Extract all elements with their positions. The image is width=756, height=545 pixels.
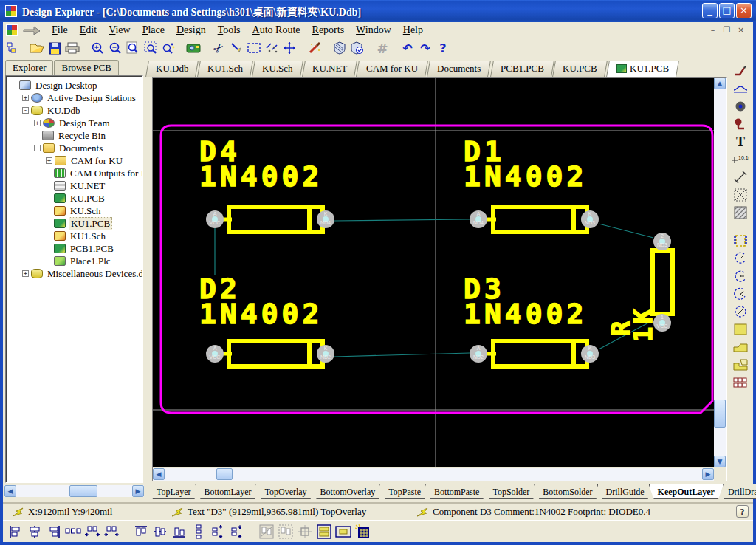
collapse-toggle[interactable]: - bbox=[22, 107, 29, 114]
shield-check-icon[interactable] bbox=[348, 39, 366, 57]
scroll-down-arrow[interactable]: ▼ bbox=[714, 456, 726, 467]
layer-tab-bottompaste[interactable]: BottomPaste bbox=[425, 484, 488, 499]
scroll-thumb[interactable] bbox=[714, 400, 726, 428]
tree-item-cam-for-ku[interactable]: +CAM for KU bbox=[7, 154, 142, 167]
tree-item-ku-net[interactable]: KU.NET bbox=[7, 179, 142, 192]
place-keepout-icon[interactable] bbox=[732, 186, 749, 204]
doc-tab-ku-sch[interactable]: KU.Sch bbox=[252, 61, 303, 77]
zoom-area-icon[interactable] bbox=[142, 39, 159, 57]
tree-item-ku1-pcb[interactable]: KU1.PCB bbox=[7, 217, 142, 230]
capture-icon[interactable] bbox=[185, 39, 202, 57]
doc-tab-ku-pcb[interactable]: KU.PCB bbox=[553, 61, 608, 77]
canvas-horizontal-scrollbar[interactable]: ◀ ▶ bbox=[153, 468, 714, 481]
place-dimension-icon[interactable] bbox=[732, 168, 749, 186]
component-comment[interactable]: 1K bbox=[628, 283, 658, 342]
align-top-icon[interactable] bbox=[131, 523, 151, 541]
tab-browse-pcb[interactable]: Browse PCB bbox=[54, 60, 119, 76]
place-string-icon[interactable]: T bbox=[732, 133, 749, 151]
align-left-icon[interactable] bbox=[6, 523, 25, 541]
layer-tab-bottomsolder[interactable]: BottomSolder bbox=[534, 484, 601, 499]
system-menu-icon[interactable] bbox=[6, 24, 18, 36]
menu-edit[interactable]: Edit bbox=[74, 24, 103, 37]
shield-rule-icon[interactable] bbox=[331, 39, 348, 57]
equal-horizontal-spacing-icon[interactable] bbox=[63, 523, 83, 541]
edit-arc-center-icon[interactable] bbox=[732, 250, 749, 267]
place-track-icon[interactable] bbox=[732, 62, 749, 80]
scroll-left-arrow[interactable]: ◀ bbox=[4, 485, 16, 497]
menu-place[interactable]: Place bbox=[137, 24, 171, 37]
grid-toggle-icon[interactable]: # bbox=[374, 39, 391, 57]
panel-horizontal-scrollbar[interactable]: ◀ ▶ bbox=[4, 485, 144, 497]
edit-arc-any-icon[interactable] bbox=[732, 303, 749, 321]
tree-item-ku-sch[interactable]: KU.Sch bbox=[7, 205, 142, 217]
layer-tab-bottomlayer[interactable]: BottomLayer bbox=[195, 484, 260, 499]
layer-tab-bottomoverlay[interactable]: BottomOverlay bbox=[312, 484, 385, 499]
layer-tab-toppaste[interactable]: TopPaste bbox=[379, 484, 430, 499]
redo-icon[interactable]: ↷ bbox=[416, 39, 434, 57]
canvas-vertical-scrollbar[interactable]: ▲ ▼ bbox=[714, 78, 726, 467]
doc-tab-cam-for-ku[interactable]: CAM for KU bbox=[356, 61, 428, 77]
move-to-grid-icon[interactable] bbox=[295, 523, 315, 541]
component-comment[interactable]: 1N4002 bbox=[464, 165, 587, 189]
doc-tab-documents[interactable]: Documents bbox=[427, 61, 491, 77]
child-close-button[interactable]: × bbox=[735, 24, 747, 35]
place-pad-array-icon[interactable] bbox=[732, 374, 749, 391]
place-split-plane-icon[interactable] bbox=[732, 356, 749, 374]
menu-help[interactable]: Help bbox=[397, 24, 429, 37]
align-center-vertical-icon[interactable] bbox=[151, 523, 170, 541]
arrange-within-room-icon[interactable] bbox=[257, 523, 276, 541]
align-bottom-icon[interactable] bbox=[170, 523, 189, 541]
layer-tab-topsolder[interactable]: TopSolder bbox=[484, 484, 538, 499]
expand-toggle[interactable]: + bbox=[46, 157, 52, 164]
print-icon[interactable] bbox=[63, 39, 81, 57]
tree-item-recycle-bin[interactable]: Recycle Bin bbox=[7, 129, 142, 142]
component-comment[interactable]: 1N4002 bbox=[464, 302, 587, 326]
tree-item-active-design-stations[interactable]: +Active Design Stations bbox=[7, 92, 142, 104]
tree-item-pcb1-pcb[interactable]: PCB1.PCB bbox=[7, 242, 142, 255]
zoom-out-icon[interactable] bbox=[106, 39, 124, 57]
clear-selection-icon[interactable] bbox=[263, 39, 281, 57]
tree-item-misc-devices[interactable]: +Miscellaneous Devices.ddb bbox=[7, 267, 142, 280]
layer-tab-toplayer[interactable]: TopLayer bbox=[148, 484, 199, 499]
arrange-within-rectangle-icon[interactable] bbox=[276, 523, 295, 541]
menu-auto-route[interactable]: Auto Route bbox=[247, 24, 306, 37]
place-pad-icon[interactable] bbox=[732, 115, 749, 133]
child-minimize-button[interactable]: – bbox=[707, 24, 719, 35]
place-polygon-plane-icon[interactable] bbox=[732, 338, 749, 356]
tree-item-ku1-sch[interactable]: KU1.Sch bbox=[7, 230, 142, 242]
undo-icon[interactable]: ↶ bbox=[399, 39, 416, 57]
tree-item-place1-plc[interactable]: Place1.Plc bbox=[7, 255, 142, 267]
arrange-components-icon[interactable] bbox=[315, 523, 334, 541]
edit-arc-angle-icon[interactable] bbox=[732, 285, 749, 303]
menu-view[interactable]: View bbox=[103, 24, 137, 37]
increase-horizontal-spacing-icon[interactable] bbox=[83, 523, 102, 541]
tree-item-ku-pcb[interactable]: KU.PCB bbox=[7, 192, 142, 205]
help-icon[interactable]: ? bbox=[434, 39, 452, 57]
title-bar[interactable]: Design Explorer - [C:\Documents and Sett… bbox=[0, 0, 756, 22]
scroll-left-arrow[interactable]: ◀ bbox=[153, 468, 165, 480]
menu-arrow-icon[interactable] bbox=[22, 25, 41, 35]
expand-toggle[interactable]: + bbox=[34, 120, 41, 126]
menu-file[interactable]: File bbox=[46, 24, 74, 37]
explorer-panel-icon[interactable] bbox=[3, 39, 21, 57]
maximize-button[interactable]: □ bbox=[719, 3, 735, 18]
expand-toggle[interactable]: + bbox=[22, 95, 29, 101]
interactive-placement-icon[interactable] bbox=[353, 523, 372, 541]
equal-vertical-spacing-icon[interactable] bbox=[189, 523, 208, 541]
pcb-canvas[interactable]: D4 1N4002 D1 1N4002 D2 1N4002 D3 1N4002 … bbox=[153, 78, 714, 467]
cut-track-icon[interactable]: ✂ bbox=[210, 39, 227, 57]
layer-tab-drilldrawing[interactable]: DrillDrawing bbox=[719, 484, 756, 499]
place-coordinate-icon[interactable]: 10,10 bbox=[732, 151, 749, 168]
tree-item-design-desktop[interactable]: Design Desktop bbox=[7, 79, 142, 92]
align-right-icon[interactable] bbox=[44, 523, 63, 541]
increase-vertical-spacing-icon[interactable] bbox=[208, 523, 227, 541]
doc-tab-ku-ddb[interactable]: KU.Ddb bbox=[145, 61, 199, 77]
minimize-button[interactable]: _ bbox=[702, 3, 718, 18]
expand-toggle[interactable]: + bbox=[22, 270, 29, 277]
tab-explorer[interactable]: Explorer bbox=[5, 60, 53, 76]
collapse-toggle[interactable]: - bbox=[34, 145, 41, 151]
doc-tab-ku1-pcb-active[interactable]: KU1.PCB bbox=[606, 61, 679, 77]
layer-tab-topoverlay[interactable]: TopOverlay bbox=[255, 484, 315, 499]
tree-item-design-team[interactable]: +Design Team bbox=[7, 117, 142, 129]
zoom-point-icon[interactable] bbox=[159, 39, 177, 57]
